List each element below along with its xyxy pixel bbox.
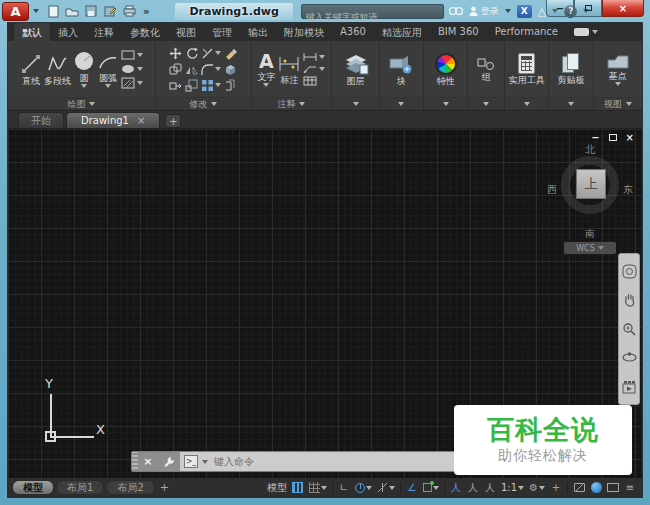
panel-draw-footer[interactable]: 绘图 [8,97,155,110]
annotation-scale-caret-icon[interactable] [518,486,524,490]
explode-icon[interactable] [224,63,237,76]
annotation-autoscale-toggle[interactable]: 人 [465,480,481,495]
hatch-icon[interactable] [121,77,135,89]
linear-dim-caret-icon[interactable] [319,55,325,59]
ribbon-tab-output[interactable]: 输出 [240,23,276,41]
application-menu-button[interactable]: A [2,2,29,21]
trim-caret-icon[interactable] [215,51,221,55]
drawing-canvas[interactable]: − × 北 西 东 上 南 WCS [8,129,642,478]
ribbon-tab-a360[interactable]: A360 [332,23,374,41]
ribbon-display-toggle[interactable] [574,23,598,41]
ribbon-tab-manage[interactable]: 管理 [204,23,240,41]
viewcube-east-label[interactable]: 东 [623,183,633,197]
panel-layers-footer[interactable] [332,97,378,110]
maximize-button[interactable] [574,0,602,17]
text-button[interactable]: A 文字 [257,50,275,88]
orbit-icon[interactable] [621,350,637,366]
qat-more-chevrons[interactable]: » [143,6,149,17]
ribbon-tab-view[interactable]: 视图 [168,23,204,41]
array-caret-icon[interactable] [215,83,221,87]
new-layout-button[interactable]: + [160,481,169,494]
viewcube[interactable]: 北 西 东 上 南 WCS [550,143,630,255]
offset-icon[interactable] [224,79,237,92]
isodraft-caret-icon[interactable] [389,486,395,490]
tab-layout1[interactable]: 布局1 [56,480,104,495]
leader-caret-icon[interactable] [319,67,325,71]
showmotion-icon[interactable] [621,379,637,395]
annotation-scale-button[interactable]: 1:1 [499,480,526,495]
otrack-toggle[interactable]: ∠ [404,480,420,495]
trim-icon[interactable] [201,47,214,60]
ellipse-caret-icon[interactable] [137,67,143,71]
panel-block-footer[interactable] [380,97,423,110]
viewcube-west-label[interactable]: 西 [547,183,557,197]
properties-button[interactable]: 特性 [435,52,457,87]
ribbon-tab-home[interactable]: 默认 [14,23,50,41]
pan-hand-icon[interactable] [621,292,637,308]
open-folder-icon[interactable] [65,5,79,18]
command-prompt-icon[interactable]: >_ [184,455,198,468]
tab-layout2[interactable]: 布局2 [106,480,154,495]
rotate-icon[interactable] [185,47,198,60]
arc-button[interactable]: 圆弧 [97,49,119,89]
file-tab-close-icon[interactable]: × [137,115,145,126]
zoom-icon[interactable] [621,321,637,337]
doc-restore-icon[interactable] [609,134,617,141]
save-as-icon[interactable] [103,5,117,18]
snap-caret-icon[interactable] [321,486,327,490]
line-button[interactable]: 直线 [20,52,42,87]
file-tab-start[interactable]: 开始 [18,112,64,128]
annotation-scale-person-icon[interactable]: 人 [482,480,498,495]
osnap-toggle[interactable] [421,480,441,495]
move-icon[interactable] [169,47,182,60]
ribbon-tab-performance[interactable]: Performance [487,23,566,41]
save-icon[interactable] [84,5,98,18]
hatch-caret-icon[interactable] [137,81,143,85]
polar-caret-icon[interactable] [366,486,372,490]
workspace-switch-button[interactable]: ⚙ [527,480,547,495]
signin-caret-icon[interactable] [505,9,511,13]
dimension-button[interactable]: 标注 [277,53,301,86]
customization-button[interactable]: ≡ [622,480,638,495]
panel-clipboard-footer[interactable] [549,97,592,110]
grid-toggle[interactable] [290,480,306,495]
graphics-performance-button[interactable] [588,480,604,495]
ribbon-tab-bim360[interactable]: BIM 360 [430,23,487,41]
workspace-caret-icon[interactable] [539,486,545,490]
ribbon-tab-featured-apps[interactable]: 精选应用 [374,23,430,41]
ribbon-tab-insert[interactable]: 插入 [50,23,86,41]
scale-icon[interactable] [185,79,198,92]
isodraft-toggle[interactable] [375,480,397,495]
ribbon-tab-addins[interactable]: 附加模块 [276,23,332,41]
command-wrench-icon[interactable] [163,456,175,468]
panel-modify-footer[interactable]: 修改 [156,97,251,110]
isolate-objects-button[interactable] [571,480,587,495]
array-icon[interactable] [201,79,214,92]
mirror-icon[interactable] [185,63,198,76]
ortho-toggle[interactable]: ∟ [336,480,352,495]
layers-button[interactable]: 图层 [343,52,369,87]
leader-icon[interactable] [303,64,317,74]
doc-close-icon[interactable]: × [626,132,634,143]
new-file-icon[interactable] [46,5,60,18]
panel-view-footer[interactable]: 视图 [594,97,642,110]
application-menu-caret-icon[interactable] [33,9,39,13]
sign-in-button[interactable]: 登录 [469,5,499,18]
command-close-icon[interactable]: × [143,455,152,468]
model-space-toggle[interactable]: 模型 [265,480,289,495]
minimize-button[interactable]: − [546,0,574,17]
polar-tracking-toggle[interactable] [353,480,374,495]
command-recent-caret-icon[interactable] [202,460,208,464]
clean-screen-button[interactable] [605,480,621,495]
stretch-icon[interactable] [169,79,182,92]
panel-annotation-footer[interactable]: 注释 [252,97,332,110]
panel-properties-footer[interactable] [424,97,467,110]
block-button[interactable]: 块 [388,52,414,87]
panel-utilities-footer[interactable] [505,97,548,110]
ribbon-tab-annotate[interactable]: 注释 [86,23,122,41]
polyline-button[interactable]: 多段线 [44,52,71,87]
rectangle-caret-icon[interactable] [137,53,143,57]
viewcube-top-face[interactable]: 上 [576,169,606,199]
navigation-wheel-icon[interactable] [621,263,637,279]
exchange-apps-icon[interactable]: X [517,5,532,18]
